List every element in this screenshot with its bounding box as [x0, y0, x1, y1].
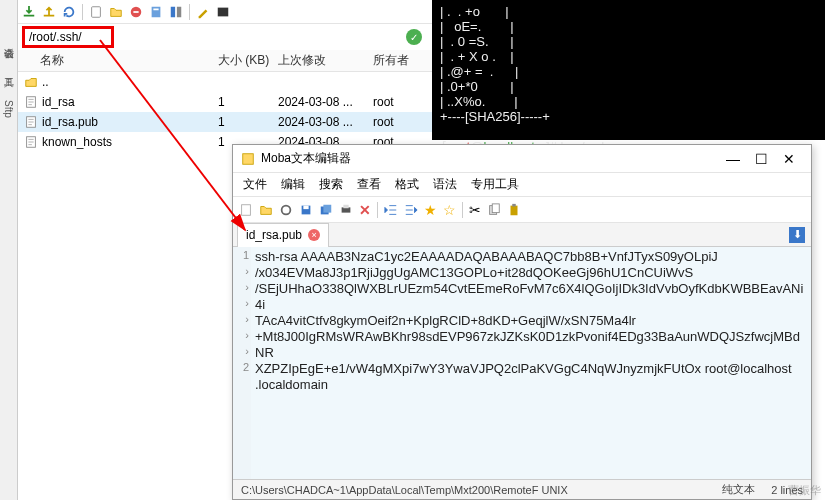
- file-name: ..: [42, 75, 49, 89]
- maximize-button[interactable]: ☐: [747, 145, 775, 173]
- refresh-icon[interactable]: [62, 5, 76, 19]
- edit-icon[interactable]: [196, 5, 210, 19]
- path-ok-icon: ✓: [406, 29, 422, 45]
- file-row[interactable]: id_rsa12024-03-08 ...root: [18, 92, 432, 112]
- editor-titlebar[interactable]: Moba文本编辑器 — ☐ ✕: [233, 145, 811, 173]
- folder-icon[interactable]: [109, 5, 123, 19]
- svg-rect-6: [218, 7, 229, 16]
- new-file-icon[interactable]: [89, 5, 103, 19]
- fm-header: 名称 大小 (KB) 上次修改 所有者: [18, 50, 432, 72]
- svg-rect-14: [303, 205, 308, 209]
- menu-syntax[interactable]: 语法: [433, 176, 457, 193]
- file-name: id_rsa.pub: [42, 115, 98, 129]
- menu-file[interactable]: 文件: [243, 176, 267, 193]
- svg-rect-3: [153, 8, 158, 10]
- minimize-button[interactable]: —: [719, 145, 747, 173]
- editor-app-icon: [241, 152, 255, 166]
- new-icon[interactable]: [239, 203, 253, 217]
- editor-menu: 文件 编辑 搜索 查看 格式 语法 专用工具: [233, 173, 811, 197]
- tab-label: id_rsa.pub: [246, 228, 302, 242]
- upload-icon[interactable]: [42, 5, 56, 19]
- col-owner[interactable]: 所有者: [373, 52, 428, 69]
- save-icon[interactable]: [299, 203, 313, 217]
- editor-body[interactable]: 1››››››2 ssh-rsa AAAAB3NzaC1yc2EAAAADAQA…: [233, 247, 811, 479]
- svg-rect-11: [242, 204, 251, 215]
- outdent-icon[interactable]: [384, 203, 398, 217]
- file-row[interactable]: id_rsa.pub12024-03-08 ...root: [18, 112, 432, 132]
- editor-tabs: id_rsa.pub × ⬇: [233, 223, 811, 247]
- svg-rect-10: [243, 153, 254, 164]
- editor-content[interactable]: ssh-rsa AAAAB3NzaC1yc2EAAAADAQABAAABAQC7…: [251, 247, 811, 479]
- tab-close-icon[interactable]: ×: [308, 229, 320, 241]
- cut-icon[interactable]: ✂: [469, 202, 481, 218]
- path-input[interactable]: /root/.ssh/: [22, 26, 114, 48]
- file-row[interactable]: ..: [18, 72, 432, 92]
- download-icon[interactable]: [22, 5, 36, 19]
- left-sidebar: 会话表 工具 Sftp: [0, 0, 18, 500]
- fm-toolbar: [18, 0, 432, 24]
- close-button[interactable]: ✕: [775, 145, 803, 173]
- path-bar: /root/.ssh/ ✓: [18, 24, 432, 50]
- menu-view[interactable]: 查看: [357, 176, 381, 193]
- menu-search[interactable]: 搜索: [319, 176, 343, 193]
- col-name[interactable]: 名称: [18, 52, 218, 69]
- menu-tools[interactable]: 专用工具: [471, 176, 519, 193]
- menu-format[interactable]: 格式: [395, 176, 419, 193]
- copy-icon[interactable]: [487, 203, 501, 217]
- saveall-icon[interactable]: [319, 203, 333, 217]
- paste-icon[interactable]: [507, 203, 521, 217]
- bookmark2-icon[interactable]: ☆: [443, 202, 456, 218]
- terminal[interactable]: | . . +o | | oE=. | | . 0 =S. | | . + X …: [432, 0, 825, 140]
- editor-window: Moba文本编辑器 — ☐ ✕ 文件 编辑 搜索 查看 格式 语法 专用工具 ✕…: [232, 144, 812, 500]
- svg-rect-5: [177, 6, 181, 17]
- svg-rect-18: [343, 204, 348, 208]
- svg-rect-4: [171, 6, 175, 17]
- svg-rect-22: [512, 203, 516, 206]
- status-path: C:\Users\CHADCA~1\AppData\Local\Temp\Mxt…: [241, 484, 568, 496]
- col-size[interactable]: 大小 (KB): [218, 52, 278, 69]
- editor-gutter: 1››››››2: [233, 247, 251, 479]
- file-name: id_rsa: [42, 95, 75, 109]
- properties-icon[interactable]: [149, 5, 163, 19]
- tab-id-rsa-pub[interactable]: id_rsa.pub ×: [237, 223, 329, 247]
- column-icon[interactable]: [169, 5, 183, 19]
- svg-rect-21: [511, 205, 518, 215]
- open-icon[interactable]: [259, 203, 273, 217]
- terminal-icon[interactable]: [216, 5, 230, 19]
- svg-rect-20: [492, 203, 499, 212]
- editor-toolbar: ✕ ★ ☆ ✂: [233, 197, 811, 223]
- print-icon[interactable]: [339, 203, 353, 217]
- status-encoding: 纯文本: [722, 482, 755, 497]
- sidebar-item-sftp[interactable]: Sftp: [3, 100, 14, 118]
- delete-icon[interactable]: [129, 5, 143, 19]
- editor-statusbar: C:\Users\CHADCA~1\AppData\Local\Temp\Mxt…: [233, 479, 811, 499]
- editor-title: Moba文本编辑器: [261, 150, 719, 167]
- fm-rows: ..id_rsa12024-03-08 ...rootid_rsa.pub120…: [18, 72, 432, 152]
- reload-icon[interactable]: [279, 203, 293, 217]
- col-date[interactable]: 上次修改: [278, 52, 373, 69]
- indent-icon[interactable]: [404, 203, 418, 217]
- download-tab-icon[interactable]: ⬇: [789, 227, 805, 243]
- svg-rect-0: [92, 6, 101, 17]
- menu-edit[interactable]: 编辑: [281, 176, 305, 193]
- file-name: known_hosts: [42, 135, 112, 149]
- svg-rect-16: [323, 204, 331, 212]
- svg-rect-2: [152, 6, 161, 17]
- bookmark-icon[interactable]: ★: [424, 202, 437, 218]
- svg-point-12: [282, 205, 291, 214]
- close-file-icon[interactable]: ✕: [359, 202, 371, 218]
- watermark: 曹振华: [788, 483, 821, 498]
